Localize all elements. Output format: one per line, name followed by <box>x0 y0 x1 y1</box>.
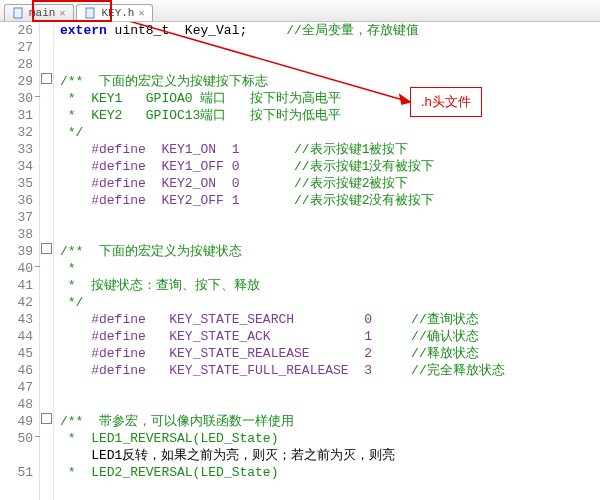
line-number: 36 <box>0 192 33 209</box>
line-number: 47 <box>0 379 33 396</box>
fold-spacer <box>40 107 53 124</box>
fold-spacer <box>40 192 53 209</box>
fold-gutter[interactable] <box>40 22 54 500</box>
fold-spacer <box>40 447 53 464</box>
line-number: 41 <box>0 277 33 294</box>
code-line: /** 下面的宏定义为按键按下标志 <box>60 73 600 90</box>
tab-label: KEY.h <box>101 7 134 19</box>
code-line: #define KEY1_ON 1 //表示按键1被按下 <box>60 141 600 158</box>
close-icon[interactable]: ✕ <box>59 7 65 19</box>
fold-toggle-icon[interactable] <box>40 243 53 260</box>
code-line: * LED2_REVERSAL(LED_State) <box>60 464 600 481</box>
line-number: 27 <box>0 39 33 56</box>
fold-spacer <box>40 277 53 294</box>
code-line: * LED1_REVERSAL(LED_State) <box>60 430 600 447</box>
code-line: #define KEY_STATE_REALEASE 2 //释放状态 <box>60 345 600 362</box>
line-number: 34 <box>0 158 33 175</box>
code-line: /** 带参宏，可以像内联函数一样使用 <box>60 413 600 430</box>
code-line: * KEY1 GPIOA0 端口 按下时为高电平 <box>60 90 600 107</box>
fold-spacer <box>40 396 53 413</box>
line-number: 33 <box>0 141 33 158</box>
line-number: 44 <box>0 328 33 345</box>
code-line <box>60 379 600 396</box>
fold-spacer <box>40 345 53 362</box>
line-number: 40 <box>0 260 33 277</box>
code-line <box>60 56 600 73</box>
code-line: * <box>60 260 600 277</box>
code-line: extern uint8_t Key_Val; //全局变量，存放键值 <box>60 22 600 39</box>
code-editor[interactable]: 2627282930313233343536373839404142434445… <box>0 22 600 500</box>
line-number: 32 <box>0 124 33 141</box>
fold-spacer <box>40 379 53 396</box>
line-number: 37 <box>0 209 33 226</box>
line-number: 45 <box>0 345 33 362</box>
code-line: /** 下面的宏定义为按键状态 <box>60 243 600 260</box>
fold-spacer <box>40 464 53 481</box>
code-line: */ <box>60 124 600 141</box>
code-line <box>60 396 600 413</box>
code-area[interactable]: extern uint8_t Key_Val; //全局变量，存放键值/** 下… <box>54 22 600 500</box>
fold-spacer <box>40 39 53 56</box>
line-number: 42 <box>0 294 33 311</box>
fold-spacer <box>40 56 53 73</box>
fold-spacer <box>40 141 53 158</box>
line-number: 38 <box>0 226 33 243</box>
fold-spacer <box>40 209 53 226</box>
fold-spacer <box>40 328 53 345</box>
fold-spacer <box>40 294 53 311</box>
line-number: 29 <box>0 73 33 90</box>
code-line: LED1反转，如果之前为亮，则灭；若之前为灭，则亮 <box>60 447 600 464</box>
code-line: * 按键状态：查询、按下、释放 <box>60 277 600 294</box>
line-number: 28 <box>0 56 33 73</box>
tab-main[interactable]: main ✕ <box>4 4 74 21</box>
file-icon <box>85 7 97 19</box>
close-icon[interactable]: ✕ <box>138 7 144 19</box>
tab-key-h[interactable]: KEY.h ✕ <box>76 4 153 21</box>
code-line <box>60 39 600 56</box>
code-line: #define KEY2_ON 0 //表示按键2被按下 <box>60 175 600 192</box>
svg-rect-0 <box>14 8 22 18</box>
svg-rect-1 <box>86 8 94 18</box>
line-number: 31 <box>0 107 33 124</box>
line-number: 43 <box>0 311 33 328</box>
line-number: 46 <box>0 362 33 379</box>
code-line: #define KEY_STATE_SEARCH 0 //查询状态 <box>60 311 600 328</box>
fold-spacer <box>40 226 53 243</box>
code-line: #define KEY_STATE_ACK 1 //确认状态 <box>60 328 600 345</box>
fold-spacer <box>40 175 53 192</box>
line-number: 50 <box>0 430 33 447</box>
tab-label: main <box>29 7 55 19</box>
fold-spacer <box>40 311 53 328</box>
line-number: 35 <box>0 175 33 192</box>
code-line: #define KEY2_OFF 1 //表示按键2没有被按下 <box>60 192 600 209</box>
file-icon <box>13 7 25 19</box>
line-number: 51 <box>0 464 33 481</box>
line-number: 30 <box>0 90 33 107</box>
fold-spacer <box>40 158 53 175</box>
line-number <box>0 447 33 464</box>
fold-spacer <box>40 124 53 141</box>
fold-toggle-icon[interactable] <box>40 413 53 430</box>
code-line: */ <box>60 294 600 311</box>
code-line: * KEY2 GPIOC13端口 按下时为低电平 <box>60 107 600 124</box>
code-line: #define KEY1_OFF 0 //表示按键1没有被按下 <box>60 158 600 175</box>
code-line: #define KEY_STATE_FULL_REALEASE 3 //完全释放… <box>60 362 600 379</box>
fold-spacer <box>40 362 53 379</box>
line-number: 49 <box>0 413 33 430</box>
line-number: 26 <box>0 22 33 39</box>
code-line <box>60 226 600 243</box>
fold-toggle-icon[interactable] <box>40 73 53 90</box>
tab-bar: main ✕ KEY.h ✕ <box>0 0 600 22</box>
line-number: 48 <box>0 396 33 413</box>
line-number: 39 <box>0 243 33 260</box>
code-line <box>60 209 600 226</box>
fold-spacer <box>40 22 53 39</box>
